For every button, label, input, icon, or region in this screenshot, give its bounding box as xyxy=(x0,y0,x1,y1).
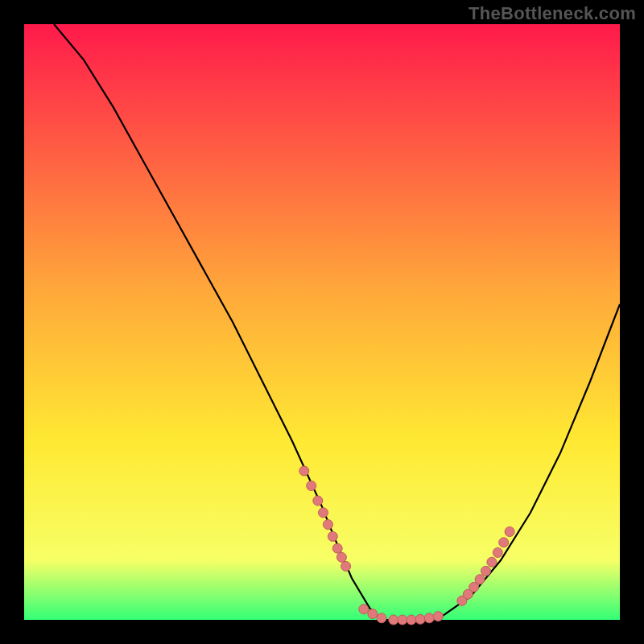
watermark-text: TheBottleneck.com xyxy=(469,3,636,24)
plot-background xyxy=(24,24,620,620)
highlight-dot xyxy=(475,575,485,584)
highlight-dot xyxy=(407,615,416,625)
highlight-dot xyxy=(359,605,369,614)
highlight-dot xyxy=(368,609,378,619)
chart-frame: TheBottleneck.com xyxy=(0,0,644,644)
highlight-dot xyxy=(389,615,398,625)
highlight-dot xyxy=(505,527,514,537)
highlight-dot xyxy=(424,613,434,623)
highlight-dot xyxy=(499,538,509,547)
highlight-dot xyxy=(323,520,332,530)
bottleneck-chart xyxy=(0,0,644,644)
highlight-dot xyxy=(481,566,491,576)
highlight-dot xyxy=(319,508,328,518)
highlight-dot xyxy=(336,552,346,562)
highlight-dot xyxy=(307,481,316,491)
highlight-dot xyxy=(313,496,323,506)
highlight-dot xyxy=(398,615,407,625)
highlight-dot xyxy=(433,612,443,621)
highlight-dot xyxy=(415,614,425,624)
highlight-dot xyxy=(493,547,502,557)
highlight-dot xyxy=(487,557,497,567)
highlight-dot xyxy=(377,613,386,623)
highlight-dot xyxy=(341,561,351,571)
highlight-dot xyxy=(328,531,337,541)
highlight-dot xyxy=(332,543,342,553)
highlight-dot xyxy=(299,466,309,476)
